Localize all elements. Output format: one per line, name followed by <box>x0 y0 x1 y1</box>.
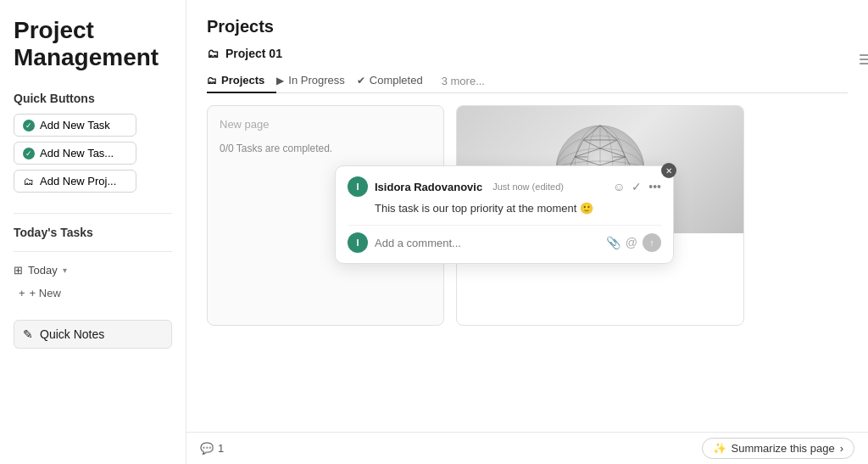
sparkle-icon: ✨ <box>713 442 726 455</box>
grid-icon: ⊞ <box>14 264 23 277</box>
quick-buttons-label: Quick Buttons <box>14 92 172 105</box>
attachment-icon[interactable]: 📎 <box>606 236 620 249</box>
comment-input-icons: 📎 @ ↑ <box>606 233 661 252</box>
scrollbar-handle <box>860 54 868 56</box>
more-icon[interactable]: ••• <box>648 180 661 193</box>
tab-more[interactable]: 3 more... <box>435 70 492 92</box>
tab-in-progress-label: In Progress <box>288 74 344 87</box>
sidebar: Project Management Quick Buttons Add New… <box>0 0 186 464</box>
comment-time: Just now (edited) <box>492 182 564 192</box>
comment-username: Isidora Radovanovic <box>375 181 482 193</box>
add-tas-label: Add New Tas... <box>40 147 114 159</box>
project-folder-icon: 🗂 <box>207 47 219 60</box>
scrollbar-handle-3 <box>860 63 868 64</box>
tab-play-icon: ▶ <box>276 75 284 87</box>
tabs-row: 🗂 Projects ▶ In Progress ✔ Completed 3 m… <box>207 69 848 93</box>
mention-icon[interactable]: @ <box>626 236 637 249</box>
new-page-label: New page <box>208 106 443 143</box>
avatar: I <box>348 176 368 197</box>
add-new-tas-button[interactable]: Add New Tas... <box>14 142 136 165</box>
summarize-label: Summarize this page <box>732 442 835 455</box>
projects-header: Projects <box>207 17 848 36</box>
tab-check-icon: ✔ <box>357 75 365 87</box>
tab-completed[interactable]: ✔ Completed <box>357 69 435 93</box>
add-new-proj-button[interactable]: 🗂 Add New Proj... <box>14 170 136 193</box>
comment-body: This task is our top priority at the mom… <box>375 202 661 215</box>
comment-header: I Isidora Radovanovic Just now (edited) … <box>348 176 661 197</box>
new-button[interactable]: + + New <box>14 283 172 303</box>
chevron-down-icon: ▾ <box>63 266 67 275</box>
comment-actions: ☺ ✓ ••• <box>613 180 661 193</box>
summarize-button[interactable]: ✨ Summarize this page › <box>702 438 854 459</box>
todays-tasks-label: Today's Tasks <box>14 226 172 239</box>
check-icon <box>23 120 35 131</box>
scrollbar[interactable] <box>863 51 868 170</box>
close-button[interactable]: ✕ <box>661 163 676 178</box>
today-row[interactable]: ⊞ Today ▾ <box>14 264 172 277</box>
quick-notes-label: Quick Notes <box>40 327 104 341</box>
emoji-icon[interactable]: ☺ <box>613 180 625 193</box>
page-title: Project Management <box>14 17 172 71</box>
today-label: Today <box>28 264 58 277</box>
add-proj-label: Add New Proj... <box>40 175 116 187</box>
check-icon-2 <box>23 148 35 159</box>
divider-2 <box>14 251 172 252</box>
add-new-task-button[interactable]: Add New Task <box>14 114 136 137</box>
project-title: Project 01 <box>225 47 282 60</box>
comment-count-number: 1 <box>218 442 224 455</box>
tab-completed-label: Completed <box>370 74 423 87</box>
tab-folder-icon: 🗂 <box>207 75 217 87</box>
edit-icon: ✎ <box>23 327 33 341</box>
new-label: + New <box>30 287 61 299</box>
check-action-icon[interactable]: ✓ <box>632 180 642 193</box>
project-title-row: 🗂 Project 01 <box>207 47 848 60</box>
todays-tasks-section: Today's Tasks ⊞ Today ▾ + + New <box>14 226 172 303</box>
comment-input[interactable] <box>375 237 599 249</box>
comment-count[interactable]: 💬 1 <box>200 442 224 455</box>
plus-icon: + <box>19 287 25 299</box>
tab-projects[interactable]: 🗂 Projects <box>207 69 276 93</box>
comment-bubble-icon: 💬 <box>200 442 214 455</box>
add-task-label: Add New Task <box>40 119 110 131</box>
arrow-right-icon: › <box>840 442 843 455</box>
avatar-small: I <box>348 232 368 253</box>
quick-notes-button[interactable]: ✎ Quick Notes <box>14 320 172 349</box>
tab-projects-label: Projects <box>221 74 264 87</box>
bottom-bar: 💬 1 ✨ Summarize this page › <box>186 432 868 464</box>
tab-in-progress[interactable]: ▶ In Progress <box>276 69 356 93</box>
folder-icon: 🗂 <box>23 176 35 187</box>
divider-1 <box>14 213 172 214</box>
card-tasks-label: 0/0 Tasks are completed. <box>208 143 443 166</box>
comment-user-row: I Isidora Radovanovic Just now (edited) <box>348 176 564 197</box>
send-button[interactable]: ↑ <box>643 233 661 252</box>
quick-buttons-section: Quick Buttons Add New Task Add New Tas..… <box>14 92 172 193</box>
comment-popup: ✕ I Isidora Radovanovic Just now (edited… <box>335 165 674 264</box>
scrollbar-handle-2 <box>860 59 868 60</box>
comment-input-row: I 📎 @ ↑ <box>348 225 661 253</box>
